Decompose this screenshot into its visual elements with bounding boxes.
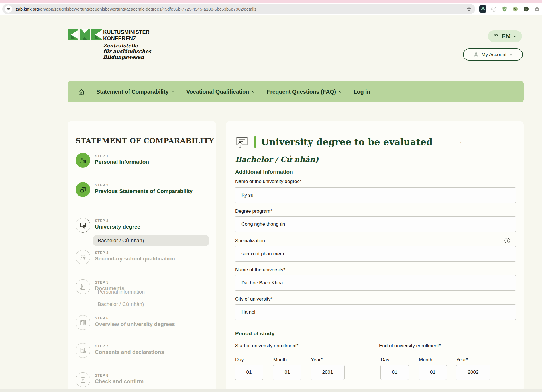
camera-icon[interactable] (533, 5, 541, 13)
address-bar[interactable]: zab.kmk.org/en/app/zeugnisbewertung/zeug… (2, 4, 475, 14)
language-selector[interactable]: EN (488, 30, 522, 42)
sidebar-step-6[interactable]: STEP 6Overview of university degrees (76, 315, 175, 330)
logo-sub-3: Bildungswesen (103, 54, 151, 60)
cookie-dark-icon[interactable] (523, 5, 530, 13)
main-navigation: Statement of Comparability Vocational Qu… (68, 81, 524, 102)
browser-theme-strip (0, 0, 542, 3)
cookie-light-icon[interactable] (512, 5, 519, 13)
check-confirm-icon (76, 372, 90, 387)
documents-icon (76, 279, 90, 294)
start-year-label: Year* (311, 357, 323, 363)
specialization-label: Specialization (235, 238, 265, 244)
sidebar-title: STATEMENT OF COMPARABILITY (76, 137, 214, 145)
step-connector (83, 360, 83, 369)
orbit-extension-icon[interactable] (490, 5, 497, 13)
start-day-label: Day (235, 357, 244, 363)
university-city-input[interactable] (235, 304, 516, 320)
browser-window: { "browser": { "url_host": "zab.kmk.org"… (0, 0, 542, 392)
step5-subitem-bachelor[interactable]: Bachelor / Cử nhân) (98, 301, 144, 307)
nav-log-in[interactable]: Log in (354, 89, 370, 95)
step-connector (83, 267, 83, 276)
site-settings-icon[interactable] (5, 5, 12, 13)
home-icon[interactable] (78, 88, 85, 95)
overview-degrees-icon (76, 315, 90, 330)
step5-subitem-personal-information[interactable]: Personal information (98, 289, 145, 295)
university-name-input[interactable] (235, 275, 516, 291)
logo-text: KULTUSMINISTER KONFERENZ Zentralstelle f… (103, 29, 151, 60)
certificate-icon (235, 135, 249, 149)
end-enrollment-label: End of university enrollment* (379, 343, 441, 349)
sidebar-step-2[interactable]: STEP 2Previous Statements of Comparabili… (76, 182, 193, 197)
nav-statement-of-comparability[interactable]: Statement of Comparability (96, 89, 175, 95)
page-title: University degree to be evaluated (261, 137, 433, 147)
logo-line-2: KONFERENZ (103, 35, 151, 42)
end-year-input[interactable] (456, 365, 490, 380)
sidebar-step-3[interactable]: STEP 3University degree (76, 218, 140, 233)
step-connector (83, 332, 83, 341)
end-year-label: Year* (456, 357, 468, 363)
start-month-input[interactable] (273, 365, 301, 380)
start-day-input[interactable] (235, 365, 263, 380)
step-connector (83, 205, 83, 214)
consents-declarations-icon (76, 343, 90, 358)
specialization-info-icon[interactable] (504, 237, 511, 244)
additional-information-heading: Additional information (235, 169, 293, 175)
logo-sub-1: Zentralstelle (103, 43, 151, 48)
nav-chevron-down-icon (251, 90, 255, 94)
url-path: /en/app/zeugnisbewertung/zeugnisbewertun… (39, 7, 256, 11)
university-name-label: Name of the university* (235, 267, 285, 273)
logo-sub-2: für ausländisches (103, 48, 151, 54)
end-day-label: Day (381, 357, 389, 363)
degree-subtitle: Bachelor / Cử nhân) (235, 155, 319, 164)
steps-sidebar: STATEMENT OF COMPARABILITY STEP 1Persona… (68, 121, 216, 392)
start-year-input[interactable] (311, 365, 345, 380)
extension-icons (479, 5, 541, 13)
period-of-study-heading: Period of study (235, 331, 274, 337)
shield-check-icon[interactable] (501, 5, 508, 13)
degree-name-input[interactable] (235, 187, 516, 203)
my-account-label: My Account (482, 52, 507, 58)
specialization-input[interactable] (235, 246, 516, 262)
browser-toolbar: zab.kmk.org/en/app/zeugnisbewertung/zeug… (0, 3, 542, 15)
step3-subitem-bachelor[interactable]: Bachelor / Cử nhân) (93, 235, 209, 246)
sidebar-step-1[interactable]: STEP 1Personal information (76, 153, 149, 168)
react-devtools-icon[interactable] (479, 5, 486, 13)
form-panel: University degree to be evaluated ” Bach… (226, 121, 524, 392)
my-account-button[interactable]: My Account (463, 48, 523, 61)
end-day-input[interactable] (380, 365, 409, 380)
nav-chevron-down-icon (338, 90, 342, 94)
bookmark-star-icon[interactable] (466, 6, 472, 12)
end-month-label: Month (419, 357, 432, 363)
kmk-logo-square-k1 (68, 29, 78, 40)
kmk-logo[interactable] (68, 29, 102, 40)
sidebar-step-7[interactable]: STEP 7Consents and declarations (76, 343, 164, 358)
stray-mark: ” (460, 141, 461, 145)
start-month-label: Month (273, 357, 287, 363)
kmk-logo-square-k2 (91, 29, 102, 40)
sidebar-step-4[interactable]: STEP 4Secondary school qualification (76, 250, 175, 264)
sidebar-step-8[interactable]: STEP 8Check and confirm (76, 372, 144, 387)
previous-statements-icon (76, 182, 90, 197)
nav-vocational-qualification[interactable]: Vocational Qualification (186, 89, 256, 95)
end-month-input[interactable] (419, 365, 447, 380)
personal-information-icon (76, 153, 90, 168)
language-chevron-down-icon (513, 34, 517, 38)
university-city-label: City of university* (235, 296, 272, 302)
degree-name-label: Name of the university degree* (235, 179, 301, 184)
account-chevron-down-icon (509, 53, 513, 57)
page-bottom-edge (0, 389, 542, 392)
nav-frequent-questions[interactable]: Frequent Questions (FAQ) (267, 89, 342, 95)
university-degree-icon (76, 218, 90, 233)
kmk-logo-square-m (80, 29, 90, 40)
secondary-school-icon (76, 250, 90, 264)
language-label: EN (502, 33, 511, 40)
start-enrollment-label: Start of university enrollment* (235, 343, 298, 349)
user-icon (473, 52, 479, 58)
language-book-icon (493, 33, 499, 40)
url-text: zab.kmk.org/en/app/zeugnisbewertung/zeug… (16, 7, 256, 11)
url-host: zab.kmk.org (16, 7, 39, 11)
nav-chevron-down-icon (171, 90, 175, 94)
title-accent-bar (254, 136, 256, 148)
degree-program-input[interactable] (235, 216, 516, 232)
step-connector (83, 234, 83, 246)
